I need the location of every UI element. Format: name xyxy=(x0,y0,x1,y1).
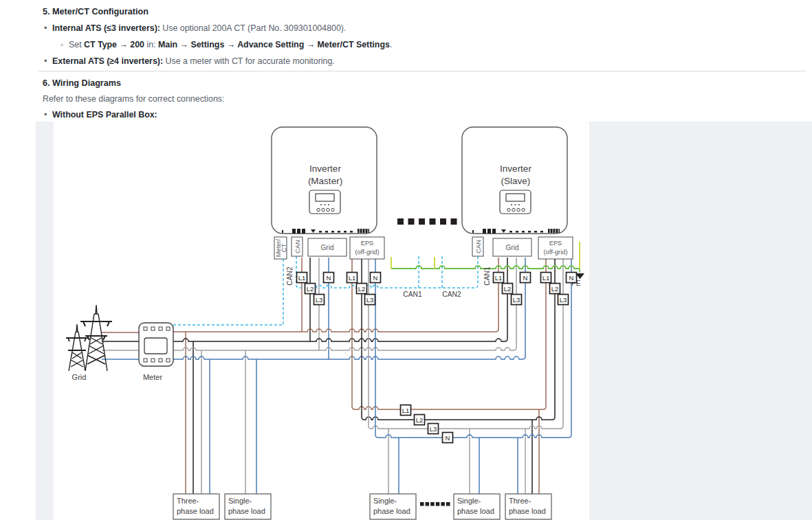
grid-bus-l2 xyxy=(173,258,507,341)
port-meter-ct-label-2: CT xyxy=(281,243,287,252)
bullet-icon: • xyxy=(44,57,52,65)
wire-tag-label-l2: L2 xyxy=(551,285,559,293)
terminal-mark xyxy=(282,230,283,233)
ellipsis-dot xyxy=(430,218,436,225)
load-label-line1: Single- xyxy=(373,497,397,505)
port-boxes-slave: CAN Grid EPS (off-grid) xyxy=(472,237,573,259)
load-label-line2: phase load xyxy=(509,507,546,515)
inverter-slave-label-line1: Inverter xyxy=(500,163,531,174)
ellipsis-dot xyxy=(419,218,425,225)
wire-tag-label-l1: L1 xyxy=(495,274,503,282)
load-label-line2: phase load xyxy=(457,507,494,515)
wire-tag-label-n: N xyxy=(446,434,450,442)
terminal-mark xyxy=(297,229,300,234)
wire-tag-label-l3: L3 xyxy=(513,296,520,304)
ellipsis-dot xyxy=(440,218,446,225)
port-eps-master-label-1: EPS xyxy=(361,240,374,247)
list-item-text: Internal ATS (≤3 inverters): Use optiona… xyxy=(52,24,346,32)
wire-tag-label-n: N xyxy=(373,274,378,282)
wire-tag-label-n: N xyxy=(523,274,528,282)
terminal-mark xyxy=(528,231,531,233)
inverter-master-label-line1: Inverter xyxy=(309,163,341,174)
load-label-line1: Three- xyxy=(177,497,199,505)
grid-tower-icon xyxy=(66,305,112,371)
list-item-text: External ATS (≥4 inverters): Use a meter… xyxy=(52,57,335,65)
can1-vertical-label: CAN1 xyxy=(483,267,491,286)
port-grid-slave-label: Grid xyxy=(506,244,519,251)
section-5-heading: 5. Meter/CT Configuration xyxy=(43,8,149,16)
figure-gutter-right xyxy=(589,122,812,520)
wire-tag-label-l3: L3 xyxy=(560,296,567,304)
terminal-mark xyxy=(344,231,347,233)
load-label-line2: phase load xyxy=(228,507,265,515)
inverter-slave-label-line2: (Slave) xyxy=(501,176,531,186)
wires-layer xyxy=(102,242,580,494)
list-item-text: Set CT Type → 200 in: Main → Settings → … xyxy=(69,41,392,49)
sub-list-item: ◦ Set CT Type → 200 in: Main → Settings … xyxy=(61,41,392,49)
grid-bus-l3 xyxy=(173,258,516,350)
port-eps-master-label-2: (off-grid) xyxy=(355,249,380,256)
wire-tag-label-l3: L3 xyxy=(366,296,374,304)
load-label-line1: Single- xyxy=(228,497,252,505)
section-6-intro: Refer to these diagrams for correct conn… xyxy=(43,95,224,103)
wiring-diagram: Inverter (Master) Inverter (Slave) Meter… xyxy=(54,122,589,520)
terminal-mark xyxy=(302,229,305,234)
port-eps-slave-label-1: EPS xyxy=(549,240,562,247)
port-eps-slave-label-2: (off-grid) xyxy=(544,249,568,256)
ellipsis-dot xyxy=(441,502,445,506)
section-6-heading: 6. Wiring Diagrams xyxy=(43,79,121,88)
wire-tag-label-l2: L2 xyxy=(416,416,424,424)
inverter-master: Inverter (Master) xyxy=(272,127,377,234)
wire-tag-label-n: N xyxy=(569,274,574,282)
terminal-mark xyxy=(534,231,537,233)
meter-icon xyxy=(139,323,173,366)
wire-tags-layer: L1L2L3NL1L2L3NL1L2L3NL1L2L3NL1L2L3N xyxy=(297,273,577,443)
ellipsis-dot xyxy=(397,218,404,225)
wire-tag-label-l3: L3 xyxy=(430,425,437,433)
list-item: • Without EPS Parallel Box: xyxy=(44,111,157,119)
load-label-line2: phase load xyxy=(373,507,410,515)
ellipsis-dot xyxy=(426,502,430,506)
horizontal-rule xyxy=(38,71,806,71)
terminal-mark xyxy=(331,231,334,233)
inverter-display-icon xyxy=(500,190,531,214)
terminal-mark xyxy=(516,231,518,233)
ellipsis-dot xyxy=(451,218,457,225)
wire-tag-label-l3: L3 xyxy=(316,296,323,304)
terminal-mark xyxy=(540,231,543,233)
meter-ct-comm-line xyxy=(173,259,283,325)
figure-gutter-left xyxy=(36,122,54,520)
terminal-mark xyxy=(338,231,340,233)
terminal-mark xyxy=(487,229,491,234)
wire-tag-label-l2: L2 xyxy=(307,285,314,293)
port-grid-master-label: Grid xyxy=(321,244,334,251)
can1-label: CAN1 xyxy=(403,291,422,298)
ellipsis-dot xyxy=(446,502,450,506)
eps-bus-l3 xyxy=(369,258,563,429)
port-boxes-master: Meter/ CT CAN Grid EPS (off-grid) xyxy=(274,237,384,259)
terminal-mark xyxy=(483,229,486,234)
wire-tag-label-l1: L1 xyxy=(542,274,550,282)
terminal-mark xyxy=(522,231,525,233)
can-labels: CAN2 CAN1 CAN1 CAN2 xyxy=(286,267,491,298)
terminal-mark xyxy=(325,231,328,233)
load-label-line1: Single- xyxy=(457,497,481,505)
load-label-line2: phase load xyxy=(177,507,214,515)
wire-tag-label-l1: L1 xyxy=(402,407,410,414)
terminal-mark xyxy=(472,230,474,233)
bullet-icon: • xyxy=(44,111,52,119)
inverter-slave: Inverter (Slave) xyxy=(462,127,567,234)
inverter-display-icon xyxy=(309,190,340,214)
port-can-master-label: CAN xyxy=(294,240,301,253)
port-can-slave-label: CAN xyxy=(475,240,482,253)
terminal-mark xyxy=(292,229,296,234)
inverter-master-label-line2: (Master) xyxy=(308,176,342,186)
wire-tag-label-l1: L1 xyxy=(349,274,356,282)
wire-tag-label-l1: L1 xyxy=(298,274,306,282)
load-label-line1: Three- xyxy=(509,497,531,505)
list-item: • Internal ATS (≤3 inverters): Use optio… xyxy=(44,24,346,32)
meter-caption: Meter xyxy=(143,373,162,381)
grid-caption: Grid xyxy=(72,373,87,381)
ellipsis-dot xyxy=(430,502,435,506)
ellipsis-dot xyxy=(436,502,440,506)
